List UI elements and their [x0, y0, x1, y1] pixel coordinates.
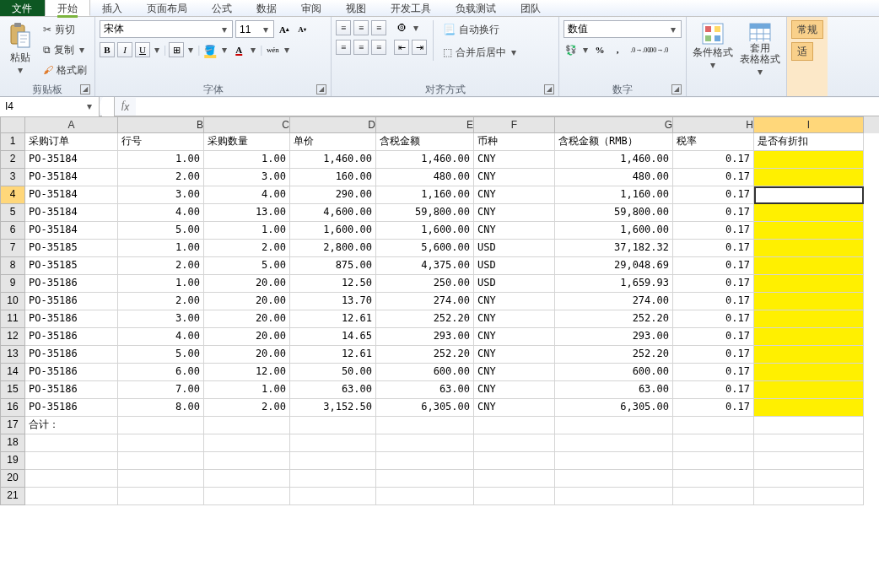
cell[interactable]: [118, 452, 204, 470]
row-header[interactable]: 6: [0, 222, 25, 240]
row-header[interactable]: 10: [0, 293, 25, 310]
cell[interactable]: 50.00: [290, 364, 376, 381]
cell[interactable]: PO-35184: [25, 204, 118, 222]
underline-button[interactable]: U: [135, 42, 150, 57]
cell[interactable]: CNY: [474, 186, 555, 204]
cell[interactable]: [754, 328, 864, 346]
cell[interactable]: 63.00: [290, 381, 376, 399]
cell[interactable]: 252.20: [376, 346, 474, 364]
cell[interactable]: PO-35186: [25, 346, 118, 364]
cell[interactable]: [754, 381, 864, 399]
row-header[interactable]: 15: [0, 381, 25, 399]
cell[interactable]: [754, 293, 864, 310]
row-header[interactable]: 1: [0, 133, 25, 151]
cell[interactable]: 37,182.32: [555, 240, 673, 257]
accounting-format-button[interactable]: 💱: [564, 42, 579, 57]
row-header[interactable]: 12: [0, 328, 25, 346]
row-header[interactable]: 19: [0, 452, 25, 470]
cell[interactable]: PO-35185: [25, 257, 118, 275]
cell[interactable]: 税率: [673, 133, 754, 151]
cell[interactable]: [474, 452, 555, 470]
cell[interactable]: 3.00: [118, 310, 204, 328]
cell[interactable]: 250.00: [376, 275, 474, 293]
tab-formula[interactable]: 公式: [200, 0, 245, 16]
phonetic-button[interactable]: wén: [265, 42, 280, 57]
cell[interactable]: 1,460.00: [555, 151, 673, 169]
row-header[interactable]: 21: [0, 488, 25, 505]
cell[interactable]: 1.00: [204, 222, 290, 240]
cell[interactable]: CNY: [474, 328, 555, 346]
cell[interactable]: [555, 417, 673, 434]
cell[interactable]: 含税金额: [376, 133, 474, 151]
cell[interactable]: [754, 222, 864, 240]
cell[interactable]: [754, 240, 864, 257]
cell[interactable]: [118, 488, 204, 505]
cell[interactable]: 0.17: [673, 151, 754, 169]
cell[interactable]: [754, 452, 864, 470]
dialog-launcher[interactable]: ◢: [544, 84, 554, 94]
cell[interactable]: [754, 169, 864, 186]
cell[interactable]: 3.00: [118, 186, 204, 204]
cell[interactable]: [673, 434, 754, 452]
cell[interactable]: 1,659.93: [555, 275, 673, 293]
tab-insert[interactable]: 插入: [90, 0, 135, 16]
cell[interactable]: 5,600.00: [376, 240, 474, 257]
number-format-select[interactable]: 数值▾: [564, 20, 682, 38]
align-right-button[interactable]: ≡: [371, 40, 386, 55]
align-center-button[interactable]: ≡: [353, 40, 369, 55]
cell[interactable]: 0.17: [673, 293, 754, 310]
cell[interactable]: CNY: [474, 222, 555, 240]
cell[interactable]: CNY: [474, 381, 555, 399]
column-header[interactable]: I: [754, 116, 864, 133]
cell[interactable]: 13.70: [290, 293, 376, 310]
cell[interactable]: PO-35186: [25, 364, 118, 381]
cell[interactable]: [555, 452, 673, 470]
cell[interactable]: [204, 470, 290, 488]
cell[interactable]: USD: [474, 240, 555, 257]
column-header[interactable]: H: [673, 116, 754, 133]
align-left-button[interactable]: ≡: [336, 40, 351, 55]
format-painter-button[interactable]: 🖌格式刷: [40, 61, 90, 79]
cell[interactable]: 币种: [474, 133, 555, 151]
cell[interactable]: 6.00: [118, 364, 204, 381]
cell[interactable]: [290, 417, 376, 434]
cell[interactable]: 29,048.69: [555, 257, 673, 275]
cell[interactable]: 20.00: [204, 293, 290, 310]
cell[interactable]: PO-35186: [25, 275, 118, 293]
cell[interactable]: 1,460.00: [376, 151, 474, 169]
align-top-button[interactable]: ≡: [336, 20, 351, 35]
column-header[interactable]: G: [555, 116, 673, 133]
cell[interactable]: [754, 488, 864, 505]
cell[interactable]: [754, 364, 864, 381]
cell[interactable]: 0.17: [673, 381, 754, 399]
cell[interactable]: [474, 417, 555, 434]
cell[interactable]: PO-35186: [25, 293, 118, 310]
cell[interactable]: 是否有折扣: [754, 133, 864, 151]
row-header[interactable]: 8: [0, 257, 25, 275]
cell[interactable]: PO-35185: [25, 240, 118, 257]
cell[interactable]: [474, 434, 555, 452]
fill-color-button[interactable]: 🪣: [202, 42, 218, 57]
dialog-launcher[interactable]: ◢: [671, 84, 682, 94]
font-size-select[interactable]: 11▾: [235, 20, 274, 38]
cell[interactable]: 8.00: [118, 399, 204, 417]
cell[interactable]: 4,375.00: [376, 257, 474, 275]
cell[interactable]: 行号: [118, 133, 204, 151]
cell[interactable]: [204, 452, 290, 470]
cell[interactable]: 4.00: [118, 204, 204, 222]
cell[interactable]: 4.00: [118, 328, 204, 346]
cell[interactable]: 2.00: [204, 240, 290, 257]
cell[interactable]: [118, 470, 204, 488]
cell[interactable]: CNY: [474, 204, 555, 222]
cell[interactable]: 0.17: [673, 346, 754, 364]
cell[interactable]: 1.00: [118, 275, 204, 293]
row-header[interactable]: 9: [0, 275, 25, 293]
cell[interactable]: [754, 275, 864, 293]
border-button[interactable]: ⊞: [169, 42, 184, 57]
fit-button[interactable]: 适: [791, 42, 813, 61]
cell[interactable]: PO-35186: [25, 310, 118, 328]
cell[interactable]: 1.00: [204, 381, 290, 399]
cell[interactable]: [25, 470, 118, 488]
cell[interactable]: 290.00: [290, 186, 376, 204]
row-header[interactable]: 16: [0, 399, 25, 417]
